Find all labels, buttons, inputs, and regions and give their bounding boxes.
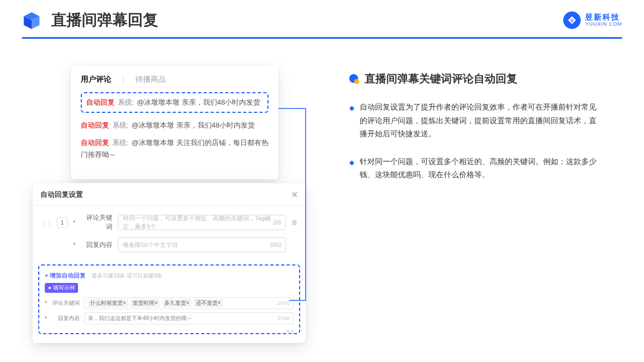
tab-pending-goods[interactable]: 待播商品 xyxy=(135,75,166,85)
keyword-field-row: ⋮⋮ 1 * 评论关键词 对同一个问题，可设置多个相近、高频的关键词，Tag确定… xyxy=(40,213,298,232)
bullet-text: 针对同一个问题，可设置多个相近的、高频的关键词。例如：这款多少钱、这块能优惠吗、… xyxy=(360,155,600,182)
keyword-tag[interactable]: 还不发货× xyxy=(194,299,223,307)
bullet-text: 自动回复设置为了提升作者的评论回复效率，作者可在开播前针对常见的评论用户问题，提… xyxy=(360,100,600,141)
brand-logo: Y 昱新科技 YUUXIN.COM xyxy=(563,11,622,29)
extra-counter: /50 xyxy=(286,329,294,335)
example-content-row: * 回复内容 亲，我们这边都是下单48小时内发货的哦～ 37/50 xyxy=(45,312,294,324)
header-underline xyxy=(22,37,622,39)
page-title: 直播间弹幕回复 xyxy=(51,10,158,31)
keyword-placeholder: 对同一个问题，可设置多个相近、高频的关键词，Tag确定，最多5个 xyxy=(123,214,281,231)
system-label: 系统: xyxy=(112,138,129,147)
comment-text: @冰墩墩本墩 亲亲，我们48小时内发货 xyxy=(137,98,260,106)
bullet-item: ◆ 针对同一个问题，可设置多个相近的、高频的关键词。例如：这款多少钱、这块能优惠… xyxy=(349,155,600,182)
content-placeholder: 每条限50个中文字符 xyxy=(123,241,177,249)
section-title-text: 直播间弹幕关键词评论自动回复 xyxy=(365,71,517,86)
content-input[interactable]: 每条限50个中文字符 0/50 xyxy=(118,237,286,252)
example-keyword-label: 评论关键词 xyxy=(51,299,80,307)
keyword-label: 评论关键词 xyxy=(81,213,112,232)
comment-row: 自动回复 系统: @冰墩墩本墩 亲亲，我们48小时内发货 xyxy=(86,96,263,108)
row-number: 1 xyxy=(57,217,68,228)
comment-row: 自动回复 系统: @冰墩墩本墩 亲亲，我们48小时内发货 xyxy=(81,119,269,131)
bullet-item: ◆ 自动回复设置为了提升作者的评论回复效率，作者可在开播前针对常见的评论用户问题… xyxy=(349,100,600,141)
description-column: 直播间弹幕关键词评论自动回复 ◆ 自动回复设置为了提升作者的评论回复效率，作者可… xyxy=(349,66,622,196)
section-title: 直播间弹幕关键词评论自动回复 xyxy=(349,71,622,86)
logo-mark-icon: Y xyxy=(563,11,581,29)
diamond-bullet-icon: ◆ xyxy=(349,102,354,141)
page-header: 直播间弹幕回复 Y 昱新科技 YUUXIN.COM xyxy=(0,0,644,37)
settings-title: 自动回复设置 xyxy=(40,190,83,200)
tab-user-comments[interactable]: 用户评论 xyxy=(81,75,111,85)
content-label: 回复内容 xyxy=(81,240,112,250)
example-content-label: 回复内容 xyxy=(51,315,80,322)
example-content-input[interactable]: 亲，我们这边都是下单48小时内发货的哦～ 37/50 xyxy=(84,312,294,324)
example-keyword-input[interactable]: 什么时候发货× 发货时间× 多久发货× 还不发货× 20/50 xyxy=(84,297,294,309)
keyword-tag[interactable]: 什么时候发货× xyxy=(88,299,128,307)
keyword-tag[interactable]: 多久发货× xyxy=(162,299,192,307)
diamond-bullet-icon: ◆ xyxy=(349,157,354,182)
keyword-counter: 0/8 xyxy=(273,220,281,226)
add-auto-reply-link[interactable]: + 增加自动回复 xyxy=(45,272,86,279)
required-star-icon: * xyxy=(73,242,75,248)
auto-reply-label: 自动回复 xyxy=(81,138,109,147)
example-badge: ● 填写示例 xyxy=(45,283,78,293)
example-keyword-row: * 评论关键词 什么时候发货× 发货时间× 多久发货× 还不发货× 20/50 xyxy=(45,297,294,309)
required-star-icon: * xyxy=(45,300,47,306)
settings-card: 自动回复设置 ✕ ⋮⋮ 1 * 评论关键词 对同一个问题，可设置多个相近、高频的… xyxy=(33,183,306,343)
settings-header: 自动回复设置 ✕ xyxy=(33,190,306,206)
example-highlight-box: + 增加自动回复 最多可建10条 还可以创建9条 ● 填写示例 * 评论关键词 … xyxy=(38,264,300,334)
comment-row: 自动回复 系统: @冰墩墩本墩 关注我们的店铺，每日都有热门推荐呦～ xyxy=(81,137,269,161)
trash-icon[interactable]: 🗑 xyxy=(291,219,298,226)
close-icon[interactable]: ✕ xyxy=(291,190,298,199)
system-label: 系统: xyxy=(118,98,134,106)
content-counter: 0/50 xyxy=(271,242,281,248)
auto-reply-label: 自动回复 xyxy=(81,121,109,129)
add-hint: 最多可建10条 还可以创建9条 xyxy=(92,273,162,279)
comment-text: @冰墩墩本墩 亲亲，我们48小时内发货 xyxy=(132,121,255,129)
drag-handle-icon[interactable]: ⋮⋮ xyxy=(40,219,51,226)
highlighted-comment: 自动回复 系统: @冰墩墩本墩 亲亲，我们48小时内发货 xyxy=(81,92,269,113)
screenshot-column: 用户评论 | 待播商品 自动回复 系统: @冰墩墩本墩 亲亲，我们48小时内发货… xyxy=(33,66,317,196)
keyword-tag[interactable]: 发货时间× xyxy=(130,299,160,307)
example-content-counter: 37/50 xyxy=(277,316,290,321)
comments-card: 用户评论 | 待播商品 自动回复 系统: @冰墩墩本墩 亲亲，我们48小时内发货… xyxy=(71,66,278,179)
system-label: 系统: xyxy=(112,121,129,129)
keyword-input[interactable]: 对同一个问题，可设置多个相近、高频的关键词，Tag确定，最多5个 0/8 xyxy=(118,215,286,230)
required-star-icon: * xyxy=(45,315,47,322)
double-dot-icon xyxy=(349,74,359,84)
example-content-text: 亲，我们这边都是下单48小时内发货的哦～ xyxy=(88,315,192,322)
svg-text:Y: Y xyxy=(570,17,574,23)
cube-icon xyxy=(22,10,41,30)
logo-subtext: YUUXIN.COM xyxy=(585,22,622,27)
auto-reply-label: 自动回复 xyxy=(86,98,115,106)
content-field-row: * 回复内容 每条限50个中文字符 0/50 xyxy=(40,237,298,252)
logo-text: 昱新科技 xyxy=(585,13,622,21)
required-star-icon: * xyxy=(73,219,75,226)
tab-divider: | xyxy=(122,75,124,85)
example-keyword-counter: 20/50 xyxy=(277,300,290,306)
comments-tabs: 用户评论 | 待播商品 xyxy=(81,75,269,85)
